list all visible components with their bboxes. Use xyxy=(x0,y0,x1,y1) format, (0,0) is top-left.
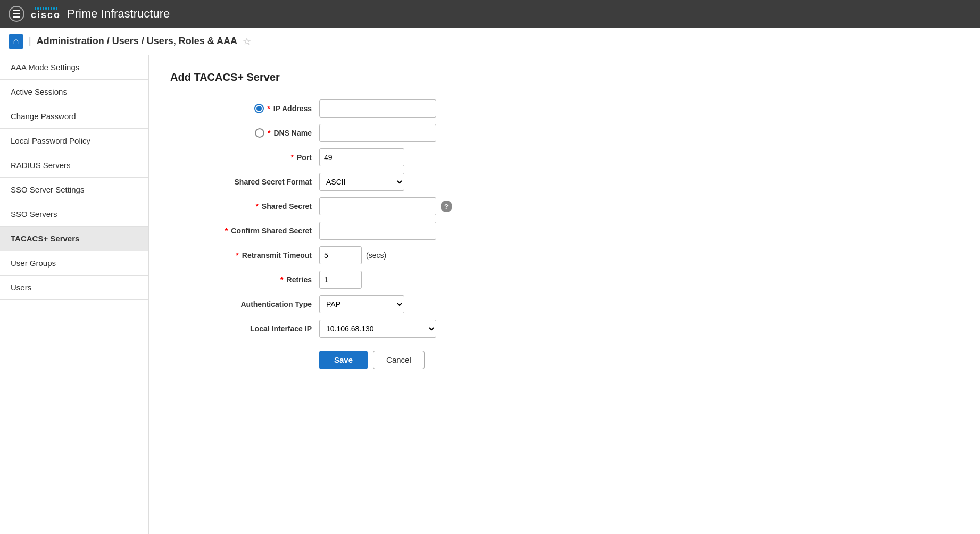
sidebar-item-sso-servers[interactable]: SSO Servers xyxy=(0,202,148,227)
form-buttons: Save Cancel xyxy=(170,351,959,369)
shared-secret-label: Shared Secret xyxy=(262,202,312,211)
ip-required-star: * xyxy=(267,104,270,113)
port-label: Port xyxy=(297,153,312,162)
sidebar-item-change-password[interactable]: Change Password xyxy=(0,104,148,129)
port-row: * Port xyxy=(170,148,959,166)
breadcrumb-bar: | Administration / Users / Users, Roles … xyxy=(0,28,980,55)
shared-secret-format-select[interactable]: ASCII Hex xyxy=(319,173,404,191)
cisco-logo: cisco xyxy=(31,7,61,21)
sidebar: AAA Mode Settings Active Sessions Change… xyxy=(0,55,149,534)
home-icon[interactable] xyxy=(9,34,23,49)
sidebar-item-sso-server-settings[interactable]: SSO Server Settings xyxy=(0,178,148,202)
retransmit-timeout-label: Retransmit Timeout xyxy=(242,251,312,260)
ip-address-radio[interactable] xyxy=(254,104,264,113)
cancel-button[interactable]: Cancel xyxy=(373,351,425,369)
ip-address-row: * IP Address xyxy=(170,99,959,118)
shared-secret-format-label: Shared Secret Format xyxy=(235,178,312,186)
dns-name-row: * DNS Name xyxy=(170,124,959,142)
shared-secret-format-row: Shared Secret Format ASCII Hex xyxy=(170,173,959,191)
main-content: Add TACACS+ Server * IP Address * DNS N xyxy=(149,55,980,534)
confirm-shared-secret-label: Confirm Shared Secret xyxy=(231,227,312,235)
ip-address-input[interactable] xyxy=(319,99,436,118)
dns-name-label: DNS Name xyxy=(273,129,312,137)
retransmit-timeout-input[interactable] xyxy=(319,246,362,264)
sidebar-item-active-sessions[interactable]: Active Sessions xyxy=(0,80,148,104)
local-interface-ip-select[interactable]: 10.106.68.130 xyxy=(319,320,436,338)
retries-input[interactable] xyxy=(319,271,362,289)
sidebar-item-aaa-mode-settings[interactable]: AAA Mode Settings xyxy=(0,55,148,80)
auth-type-row: Authentication Type PAP CHAP MSCHAP xyxy=(170,295,959,313)
retransmit-required-star: * xyxy=(236,251,238,260)
port-required-star: * xyxy=(291,153,294,162)
ip-address-radio-label[interactable] xyxy=(254,104,264,113)
confirm-shared-secret-input[interactable] xyxy=(319,222,436,240)
menu-button[interactable] xyxy=(9,6,24,22)
local-interface-ip-label: Local Interface IP xyxy=(250,324,312,333)
sidebar-item-users[interactable]: Users xyxy=(0,276,148,300)
dns-name-radio[interactable] xyxy=(255,128,264,138)
breadcrumb-separator: | xyxy=(29,36,31,47)
main-layout: AAA Mode Settings Active Sessions Change… xyxy=(0,55,980,534)
sidebar-item-user-groups[interactable]: User Groups xyxy=(0,251,148,276)
breadcrumb: Administration / Users / Users, Roles & … xyxy=(37,36,237,47)
form-title: Add TACACS+ Server xyxy=(170,71,959,84)
local-interface-ip-row: Local Interface IP 10.106.68.130 xyxy=(170,320,959,338)
retries-label: Retries xyxy=(287,276,312,284)
retries-row: * Retries xyxy=(170,271,959,289)
confirm-required-star: * xyxy=(225,227,228,235)
app-title: Prime Infrastructure xyxy=(67,7,170,21)
port-input[interactable] xyxy=(319,148,404,166)
retransmit-timeout-row: * Retransmit Timeout (secs) xyxy=(170,246,959,264)
auth-type-label: Authentication Type xyxy=(240,300,312,308)
ip-address-label: IP Address xyxy=(273,104,312,113)
favorite-star-icon[interactable]: ☆ xyxy=(243,36,251,47)
retries-required-star: * xyxy=(280,276,283,284)
sidebar-item-tacacs-servers[interactable]: TACACS+ Servers xyxy=(0,227,148,251)
secs-label: (secs) xyxy=(366,251,386,260)
confirm-shared-secret-row: * Confirm Shared Secret xyxy=(170,222,959,240)
sidebar-item-radius-servers[interactable]: RADIUS Servers xyxy=(0,153,148,178)
dns-required-star: * xyxy=(268,129,270,137)
sidebar-item-local-password-policy[interactable]: Local Password Policy xyxy=(0,129,148,153)
auth-type-select[interactable]: PAP CHAP MSCHAP xyxy=(319,295,404,313)
top-navigation-bar: cisco Prime Infrastructure xyxy=(0,0,980,28)
shared-secret-input[interactable] xyxy=(319,197,436,215)
save-button[interactable]: Save xyxy=(319,351,368,369)
dns-name-input[interactable] xyxy=(319,124,436,142)
shared-secret-required-star: * xyxy=(255,202,258,211)
dns-name-radio-label[interactable] xyxy=(255,128,264,138)
shared-secret-row: * Shared Secret ? xyxy=(170,197,959,215)
shared-secret-help-icon[interactable]: ? xyxy=(441,201,452,212)
